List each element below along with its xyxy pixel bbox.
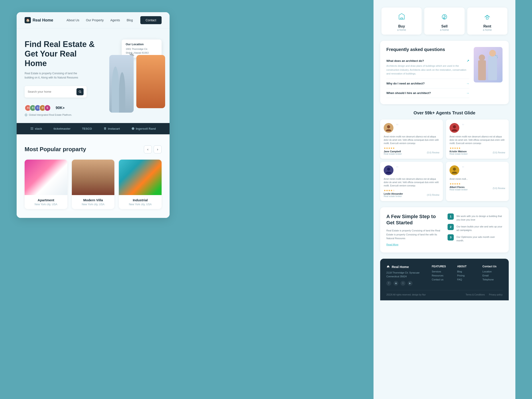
svg-rect-8	[32, 129, 32, 130]
logo: 🏠 Real Home	[25, 17, 53, 23]
t4-stars: ★★★★★	[450, 183, 505, 185]
property-info-industrial: Industrial New York city, USA	[119, 195, 162, 209]
footer-services[interactable]: Services	[432, 270, 452, 273]
steps-title: A Few Simple Step to Get Started	[386, 214, 441, 226]
faq-content: Frequently asked questions What does an …	[386, 47, 469, 98]
svg-rect-9	[32, 129, 33, 130]
footer-location[interactable]: Location	[482, 270, 502, 273]
t4-text: Amet minim moll...	[450, 177, 505, 181]
svg-point-0	[79, 91, 81, 92]
location-title: Our Location	[126, 43, 158, 46]
nav-links: About Us Our Property Agents Blog	[66, 18, 140, 22]
t1-stars: ★★★★★	[384, 147, 439, 150]
property-info-apartment: Apartment New York city, USA	[25, 195, 67, 209]
step-1: 1 We work with you to design a building …	[448, 214, 502, 222]
nav-property[interactable]: Our Property	[86, 18, 104, 22]
steps-readmore[interactable]: Read More	[386, 243, 398, 246]
step-text-1: We work with you to design a building th…	[456, 214, 502, 222]
navbar: 🏠 Real Home About Us Our Property Agents…	[17, 12, 170, 28]
footer-grid: Real Home 2118 Thornridge Cir. Syracuae …	[386, 265, 502, 286]
footer-copyright: 20226 All rights reserved. design by Nur	[386, 293, 426, 296]
step-number-1: 1	[448, 214, 454, 220]
contact-button[interactable]: Contact	[140, 16, 162, 24]
svg-point-23	[386, 171, 391, 174]
nav-blog[interactable]: Blog	[127, 18, 133, 22]
property-image-industrial	[119, 160, 162, 195]
faq-item-2[interactable]: Why do I need an architect? →	[386, 79, 469, 89]
hero-buildings	[109, 55, 165, 113]
instagram-icon[interactable]: ◉	[393, 281, 398, 286]
next-arrow[interactable]: ›	[154, 146, 162, 153]
svg-rect-7	[31, 129, 31, 130]
steps-description: Real Estate is property Consising of lan…	[386, 229, 441, 241]
faq-item-3[interactable]: When should I hire an architect? →	[386, 89, 469, 98]
logo-ingersoll: Ingersoll Rand	[132, 127, 156, 130]
t2-text: Amet minim mollit non deserunt ullamco e…	[450, 135, 505, 145]
svg-line-1	[81, 92, 81, 93]
faq-item-1[interactable]: What does an architect do? ↗ Architects …	[386, 56, 469, 79]
steps-section: A Few Simple Step to Get Started Real Es…	[380, 207, 509, 253]
rent-icon	[482, 12, 493, 22]
t2-stars: ★★★★★	[450, 147, 505, 150]
terms-link[interactable]: Terms & Conditions	[466, 293, 485, 296]
properties-title: Most Popular proparty	[25, 146, 86, 153]
footer-telephone[interactable]: Telephone	[482, 278, 502, 281]
testimonial-1: " Amet minim mollit non deserunt ullamco…	[380, 120, 443, 159]
t2-avatar	[450, 123, 459, 133]
faq-question-2: Why do I need an architect? →	[386, 82, 469, 85]
svg-rect-11	[400, 18, 403, 19]
action-cards: Buy a home Sell a home Rent a h	[374, 2, 515, 35]
testimonial-4: " Amet minim moll... ★★★★★ Albert Flores…	[446, 162, 509, 201]
logos-bar: slack ticketmaster TESCO instacart Inger…	[17, 123, 170, 134]
facebook-icon[interactable]: f	[386, 281, 391, 286]
t4-header: "	[450, 165, 505, 175]
footer-about: ABOUT Blog Pricing FAQ	[457, 265, 477, 286]
hero-title: Find Real Estate & Get Your Real Home	[25, 39, 95, 68]
t1-header: "	[384, 123, 439, 133]
testimonials-grid: " Amet minim mollit non deserunt ullamco…	[380, 120, 509, 201]
buy-title: Buy	[385, 24, 418, 28]
faq-question-3: When should I hire an architect? →	[386, 91, 469, 95]
svg-point-18	[387, 125, 390, 128]
footer-logo: Real Home	[386, 265, 426, 269]
nav-agents[interactable]: Agents	[110, 18, 120, 22]
t3-text: Amet minim mollit non deserunt ullamco e…	[384, 177, 439, 187]
property-image-villa	[72, 160, 115, 195]
youtube-icon[interactable]: ▶	[408, 281, 412, 286]
footer-email[interactable]: Email	[482, 274, 502, 277]
step-text-3: Our Optimizes your ads month over month.	[456, 234, 502, 242]
left-panel: 🏠 Real Home About Us Our Property Agents…	[17, 12, 170, 218]
search-input[interactable]	[28, 90, 76, 93]
property-image-apartment	[25, 160, 67, 195]
sell-sub: a home	[427, 28, 461, 32]
footer-pricing[interactable]: Pricing	[457, 274, 477, 277]
properties-section: Most Popular proparty ‹ › Apartment New …	[17, 134, 170, 218]
property-loc-ind: New York city, USA	[122, 203, 158, 206]
nav-about[interactable]: About Us	[66, 18, 79, 22]
sell-title: Sell	[427, 24, 461, 28]
property-name-ind: Industrial	[122, 198, 158, 202]
footer-blog[interactable]: Blog	[457, 270, 477, 273]
t1-quote: "	[396, 123, 398, 129]
prev-arrow[interactable]: ‹	[144, 146, 152, 153]
hero-section: Find Real Estate & Get Your Real Home Re…	[17, 28, 170, 123]
logo-tesco: TESCO	[82, 127, 92, 130]
hero-description: Real Estate is property Consising of lan…	[25, 71, 82, 80]
t1-role: Real estate broker	[384, 153, 402, 155]
footer-resources[interactable]: Resources	[432, 274, 452, 277]
footer-faq[interactable]: FAQ	[457, 278, 477, 281]
t4-role: Real estate broker	[450, 188, 468, 191]
action-rent: Rent a home	[467, 7, 507, 35]
footer-contactus[interactable]: Contact us	[432, 278, 452, 281]
right-panel: Buy a home Sell a home Rent a h	[374, 0, 515, 399]
search-button[interactable]	[76, 88, 83, 95]
t1-name: Jane Campbell	[384, 150, 402, 153]
twitter-icon[interactable]: t	[400, 281, 405, 286]
building-image-1	[109, 55, 134, 113]
rent-sub: a home	[470, 28, 504, 32]
svg-point-10	[132, 127, 134, 130]
privacy-link[interactable]: Privacy policy	[489, 293, 502, 296]
steps-left: A Few Simple Step to Get Started Real Es…	[386, 214, 441, 246]
faq-image: ✳	[474, 47, 502, 82]
faq-question-1: What does an architect do? ↗	[386, 59, 469, 63]
